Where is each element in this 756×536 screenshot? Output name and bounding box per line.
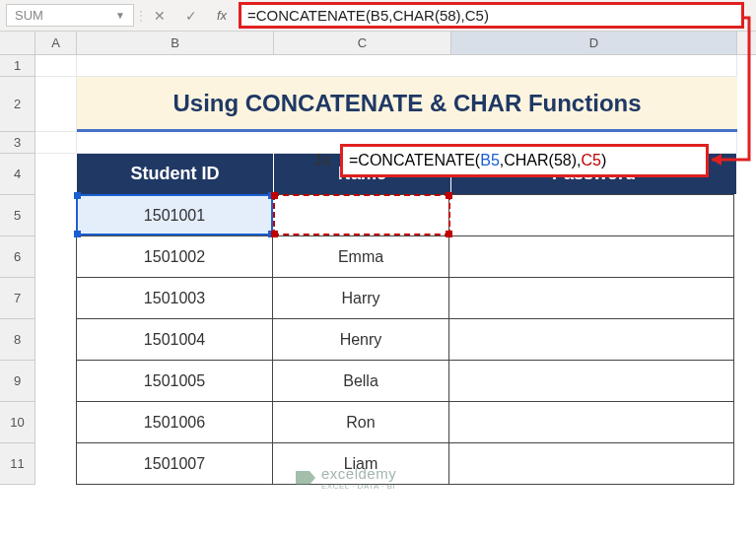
cell[interactable]: Ron [272, 401, 449, 443]
enter-icon[interactable]: ✓ [175, 0, 207, 31]
cell[interactable] [35, 154, 77, 195]
formula-text: =CONCATENATE(B5,CHAR(58),C5) [247, 7, 489, 24]
watermark: exceldemy EXCEL · DATA · BI [296, 465, 396, 491]
row-header[interactable]: 10 [0, 402, 35, 443]
cell[interactable] [448, 360, 734, 402]
watermark-tag: EXCEL · DATA · BI [321, 482, 396, 491]
cell[interactable] [77, 55, 737, 77]
col-header-d[interactable]: D [451, 32, 737, 54]
cell[interactable] [35, 319, 77, 361]
cell-d5[interactable] [448, 194, 734, 236]
cell[interactable] [35, 361, 77, 402]
fx-icon[interactable]: fx [207, 0, 237, 31]
cell[interactable]: 1501006 [76, 401, 273, 443]
logo-icon [296, 471, 315, 485]
row-header-col: 1 2 3 4 5 6 7 8 9 10 11 [0, 55, 35, 485]
row-header[interactable]: 7 [0, 278, 35, 319]
cancel-icon[interactable]: ✕ [144, 0, 175, 31]
cell[interactable] [35, 278, 77, 319]
row-header[interactable]: 4 [0, 154, 35, 195]
cell[interactable] [448, 277, 734, 319]
row-header[interactable]: 6 [0, 236, 35, 278]
cell[interactable]: 1501003 [76, 277, 273, 319]
c5-partial-text: Ja [313, 152, 330, 169]
table-header-id[interactable]: Student ID [77, 154, 274, 195]
cell[interactable] [35, 55, 77, 77]
cell-grid: Using CONCATENATE & CHAR Functions Stude… [35, 55, 756, 485]
formula-input[interactable]: =CONCATENATE(B5,CHAR(58),C5) [239, 2, 744, 29]
col-header-c[interactable]: C [274, 32, 451, 54]
cell[interactable] [448, 235, 734, 278]
cell[interactable]: 1501004 [76, 318, 273, 361]
cell[interactable] [448, 442, 734, 485]
cell-b5[interactable]: 1501001 [76, 194, 273, 236]
col-header-b[interactable]: B [77, 32, 274, 54]
cell[interactable]: 1501002 [76, 235, 273, 278]
row-header[interactable]: 2 [0, 77, 35, 132]
cell[interactable] [35, 77, 77, 132]
cell[interactable]: Harry [272, 277, 449, 319]
cell-c5[interactable] [272, 194, 449, 236]
row-header[interactable]: 11 [0, 443, 35, 485]
cell[interactable]: 1501005 [76, 360, 273, 402]
cell[interactable]: Emma [272, 235, 449, 278]
page-title: Using CONCATENATE & CHAR Functions [172, 90, 641, 117]
cell[interactable]: Henry [272, 318, 449, 361]
watermark-name: exceldemy [321, 465, 396, 482]
row-header[interactable]: 3 [0, 132, 35, 154]
formula-overlay-d5: =CONCATENATE(B5,CHAR(58),C5) [340, 144, 709, 177]
cell[interactable]: Bella [272, 360, 449, 402]
name-box[interactable]: SUM ▼ [6, 4, 134, 27]
cell[interactable] [448, 318, 734, 361]
row-header[interactable]: 8 [0, 319, 35, 361]
row-header[interactable]: 1 [0, 55, 35, 77]
cell[interactable] [35, 236, 77, 278]
chevron-down-icon[interactable]: ▼ [115, 10, 125, 21]
column-header-row: A B C D [0, 32, 756, 55]
cell[interactable] [35, 195, 77, 236]
cell[interactable] [448, 401, 734, 443]
cell[interactable] [35, 132, 77, 154]
cell[interactable] [35, 443, 77, 485]
cell[interactable]: 1501007 [76, 442, 273, 485]
row-header[interactable]: 5 [0, 195, 35, 236]
row-header[interactable]: 9 [0, 361, 35, 402]
select-all-corner[interactable] [0, 32, 35, 54]
col-header-a[interactable]: A [35, 32, 77, 54]
formula-bar-area: SUM ▼ ⋮ ✕ ✓ fx =CONCATENATE(B5,CHAR(58),… [0, 0, 756, 32]
title-cell[interactable]: Using CONCATENATE & CHAR Functions [77, 77, 737, 132]
cell[interactable] [35, 402, 77, 443]
name-box-value: SUM [15, 8, 43, 23]
